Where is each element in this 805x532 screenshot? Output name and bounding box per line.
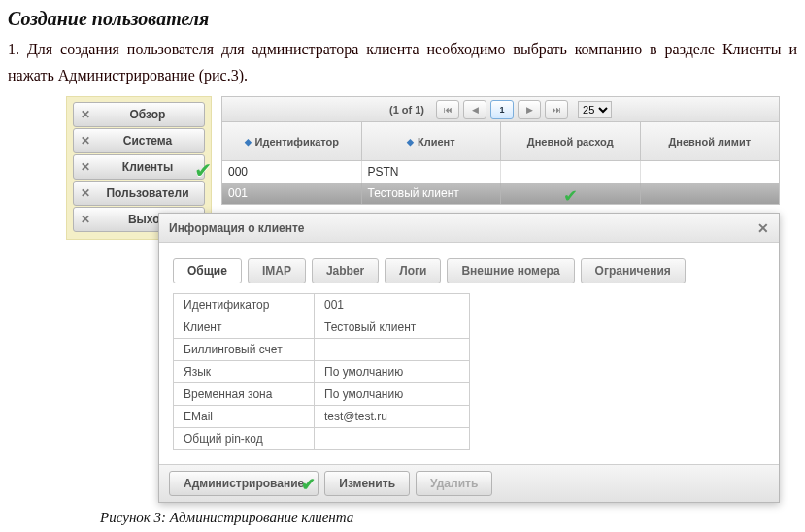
- cell-id: 001: [222, 183, 362, 204]
- page-current-button[interactable]: 1: [490, 100, 514, 119]
- paginator: (1 of 1) ⏮ ◀ 1 ▶ ⏭ 25: [222, 97, 779, 122]
- field-row: EMailtest@test.ru: [174, 406, 470, 428]
- field-value: test@test.ru: [315, 406, 470, 428]
- page-last-button[interactable]: ⏭: [545, 100, 568, 119]
- paginator-text: (1 of 1): [389, 104, 424, 116]
- header-label: Дневной лимит: [668, 136, 751, 148]
- tab-imap[interactable]: IMAP: [248, 258, 306, 283]
- close-icon: ✕: [74, 108, 97, 121]
- check-icon: ✔: [563, 185, 578, 207]
- dialog-tabs: Общие IMAP Jabber Логи Внешние номера Ог…: [173, 258, 765, 283]
- cell-client: Тестовый клиент: [362, 183, 502, 204]
- dialog-footer: Администрирование ✔ Изменить Удалить: [159, 464, 779, 502]
- dialog-title: Информация о клиенте: [169, 221, 305, 235]
- dialog-body: Общие IMAP Jabber Логи Внешние номера Ог…: [159, 243, 779, 464]
- close-icon: ✕: [74, 186, 97, 200]
- header-label: Дневной расход: [527, 136, 614, 148]
- field-key: Общий pin-код: [174, 428, 315, 450]
- page-prev-button[interactable]: ◀: [463, 100, 486, 119]
- field-key: Биллинговый счет: [174, 339, 315, 361]
- tab-logs[interactable]: Логи: [385, 258, 441, 283]
- header-label: Клиент: [418, 136, 455, 148]
- tab-general[interactable]: Общие: [173, 258, 242, 283]
- field-key: Язык: [174, 361, 315, 383]
- nav-item-system[interactable]: ✕ Система: [73, 128, 205, 153]
- table-row[interactable]: 001 Тестовый клиент ✔: [222, 183, 779, 204]
- header-label: Идентификатор: [255, 136, 340, 148]
- field-row: ЯзыкПо умолчанию: [174, 361, 470, 383]
- nav-label: Обзор: [97, 108, 204, 121]
- admin-button[interactable]: Администрирование ✔: [169, 471, 319, 496]
- nav-label: Пользователи: [97, 186, 204, 200]
- field-row: Биллинговый счет: [174, 339, 470, 361]
- doc-heading: Создание пользователя: [8, 8, 797, 30]
- nav-item-clients[interactable]: ✕ Клиенты ✔: [73, 154, 205, 180]
- button-label: Администрирование: [184, 477, 304, 490]
- field-value: Тестовый клиент: [315, 316, 470, 339]
- grid-headers: ◆Идентификатор ◆Клиент Дневной расход Дн…: [222, 122, 779, 161]
- cell-limit: [641, 183, 780, 204]
- cell-client: PSTN: [362, 161, 502, 183]
- tab-jabber[interactable]: Jabber: [312, 258, 379, 283]
- sort-icon: ◆: [245, 137, 252, 147]
- close-icon: ✕: [74, 213, 97, 226]
- sort-icon: ◆: [407, 137, 414, 147]
- dialog-titlebar: Информация о клиенте ✕: [159, 214, 779, 243]
- client-detail-table: Идентификатор001 КлиентТестовый клиент Б…: [173, 293, 470, 450]
- field-row: Идентификатор001: [174, 294, 470, 316]
- cell-spend: [501, 161, 641, 183]
- header-daily-limit[interactable]: Дневной лимит: [641, 122, 780, 160]
- page-first-button[interactable]: ⏮: [436, 100, 459, 119]
- client-info-dialog: Информация о клиенте ✕ Общие IMAP Jabber…: [158, 213, 780, 503]
- close-icon[interactable]: ✕: [757, 220, 769, 236]
- check-icon: ✔: [301, 474, 316, 495]
- header-daily-spend[interactable]: Дневной расход: [501, 122, 641, 160]
- field-key: Идентификатор: [174, 294, 315, 316]
- field-key: Временная зона: [174, 383, 315, 406]
- close-icon: ✕: [74, 160, 97, 174]
- clients-grid: (1 of 1) ⏮ ◀ 1 ▶ ⏭ 25 ◆Идентификатор ◆Кл…: [221, 96, 780, 205]
- tab-external-numbers[interactable]: Внешние номера: [447, 258, 574, 283]
- field-value: По умолчанию: [315, 361, 470, 383]
- nav-label: Система: [97, 134, 204, 148]
- nav-item-overview[interactable]: ✕ Обзор: [73, 102, 205, 127]
- field-row: Временная зонаПо умолчанию: [174, 383, 470, 406]
- field-row: КлиентТестовый клиент: [174, 316, 470, 339]
- edit-button[interactable]: Изменить: [324, 471, 410, 496]
- field-value: По умолчанию: [315, 383, 470, 406]
- nav-item-users[interactable]: ✕ Пользователи: [73, 181, 205, 206]
- field-key: Клиент: [174, 316, 315, 339]
- page-size-select[interactable]: 25: [578, 101, 612, 118]
- delete-button[interactable]: Удалить: [416, 471, 492, 496]
- field-value: 001: [315, 294, 470, 316]
- tab-restrictions[interactable]: Ограничения: [581, 258, 686, 283]
- table-row[interactable]: 000 PSTN: [222, 161, 779, 183]
- header-identifier[interactable]: ◆Идентификатор: [222, 122, 362, 160]
- cell-spend: ✔: [501, 183, 641, 204]
- cell-id: 000: [222, 161, 362, 183]
- cell-limit: [641, 161, 780, 183]
- figure-caption: Рисунок 3: Администрирование клиента: [100, 510, 797, 526]
- close-icon: ✕: [74, 134, 97, 148]
- doc-paragraph: 1. Для создания пользователя для админис…: [8, 36, 797, 88]
- field-key: EMail: [174, 406, 315, 428]
- field-value: [315, 339, 470, 361]
- field-value: [315, 428, 470, 450]
- app-screenshot: ✕ Обзор ✕ Система ✕ Клиенты ✔ ✕ Пользова…: [66, 96, 785, 504]
- nav-label: Клиенты: [97, 160, 204, 174]
- header-client[interactable]: ◆Клиент: [362, 122, 502, 160]
- page-next-button[interactable]: ▶: [518, 100, 541, 119]
- field-row: Общий pin-код: [174, 428, 470, 450]
